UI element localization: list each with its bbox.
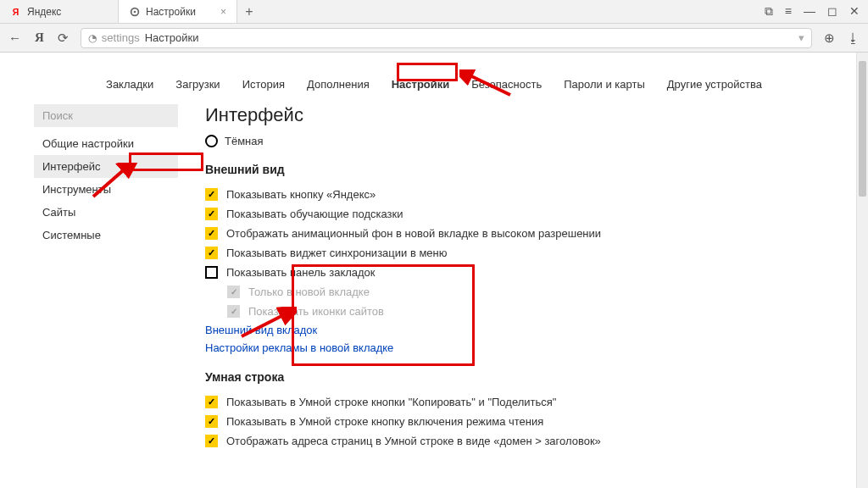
checkbox-label: Показывать обучающие подсказки	[226, 208, 403, 220]
checkbox-label: Показывать панель закладок	[226, 266, 376, 279]
checkbox[interactable]: ✓	[205, 247, 218, 259]
theme-dark-radio[interactable]	[205, 135, 218, 147]
checkbox-label: Отображать адреса страниц в Умной строке…	[226, 435, 601, 447]
checkbox[interactable]: ✓	[205, 415, 218, 428]
bookmark-star-icon[interactable]: ▾	[798, 31, 804, 44]
checkbox[interactable]: ✓	[205, 396, 218, 408]
settings-sidebar: Поиск Общие настройки Интерфейс Инструме…	[34, 104, 178, 488]
site-info-icon[interactable]: ◔	[88, 32, 97, 44]
browser-tab-label: Яндекс	[27, 6, 61, 18]
nav-tab-addons[interactable]: Дополнения	[303, 76, 373, 92]
sidebar-item-tools[interactable]: Инструменты	[34, 178, 178, 201]
checkbox[interactable]: ✓	[205, 188, 218, 201]
checkbox-label: Показывать в Умной строке кнопки "Копиро…	[226, 396, 556, 408]
omnibox-prefix: settings	[102, 31, 140, 44]
checkbox-label: Показывать виджет синхронизации в меню	[226, 247, 448, 259]
browser-tabbar: Я Яндекс Настройки × + ⧉ ≡ — ◻ ✕	[0, 0, 868, 24]
menu-icon[interactable]: ≡	[785, 4, 792, 19]
downloads-icon[interactable]: ⭳	[847, 30, 860, 46]
switch-window-icon[interactable]: ⧉	[765, 4, 773, 19]
nav-tab-downloads[interactable]: Загрузки	[172, 76, 223, 92]
checkbox-label: Показывать иконки сайтов	[248, 305, 384, 318]
yandex-home-icon[interactable]: Я	[35, 30, 44, 45]
checkbox-label: Отображать анимационный фон в новой вкла…	[226, 227, 601, 240]
theme-dark-label: Тёмная	[225, 135, 264, 147]
browser-tab-label: Настройки	[146, 6, 196, 18]
sidebar-item-sites[interactable]: Сайты	[34, 201, 178, 224]
maximize-icon[interactable]: ◻	[827, 4, 837, 19]
checkbox-label: Только в новой вкладке	[248, 286, 370, 298]
close-tab-icon[interactable]: ×	[220, 6, 226, 18]
settings-main: Интерфейс Тёмная Внешний вид ✓Показывать…	[205, 104, 834, 488]
close-window-icon[interactable]: ✕	[849, 4, 860, 19]
checkbox-label: Показывать в Умной строке кнопку включен…	[226, 415, 543, 428]
checkbox-disabled	[227, 305, 240, 318]
omnibox-text: Настройки	[145, 31, 199, 44]
browser-toolbar: ← Я ⟳ ◔ settings Настройки ▾ ⊕ ⭳	[0, 24, 868, 53]
nav-tab-passwords[interactable]: Пароли и карты	[560, 76, 648, 92]
minimize-icon[interactable]: —	[804, 4, 815, 19]
sidebar-item-general[interactable]: Общие настройки	[34, 132, 178, 155]
new-tab-button[interactable]: +	[237, 4, 261, 19]
reload-icon[interactable]: ⟳	[58, 30, 69, 46]
checkbox[interactable]: ✓	[205, 227, 218, 240]
sidebar-item-interface[interactable]: Интерфейс	[34, 155, 178, 178]
checkbox[interactable]: ✓	[205, 435, 218, 447]
gear-icon	[129, 6, 141, 18]
sidebar-item-system[interactable]: Системные	[34, 224, 178, 247]
appearance-heading: Внешний вид	[205, 163, 821, 176]
page-title: Интерфейс	[205, 104, 821, 126]
nav-tab-bookmarks[interactable]: Закладки	[103, 76, 157, 92]
smartbar-heading: Умная строка	[205, 370, 821, 384]
window-controls: ⧉ ≡ — ◻ ✕	[765, 4, 868, 19]
checkbox[interactable]: ✓	[205, 208, 218, 220]
vertical-scrollbar[interactable]	[856, 53, 868, 488]
browser-tab-yandex[interactable]: Я Яндекс	[0, 0, 119, 23]
browser-tab-settings[interactable]: Настройки ×	[119, 0, 237, 23]
checkbox-bookmarks-panel[interactable]	[205, 266, 218, 279]
checkbox-label: Показывать кнопку «Яндекс»	[226, 188, 376, 201]
nav-tab-history[interactable]: История	[239, 76, 288, 92]
nav-tab-devices[interactable]: Другие устройства	[664, 76, 765, 92]
settings-page: Закладки Загрузки История Дополнения Нас…	[0, 53, 868, 488]
nav-tab-settings[interactable]: Настройки	[388, 76, 453, 92]
yandex-favicon-icon: Я	[10, 6, 22, 18]
link-newtab-ads[interactable]: Настройки рекламы в новой вкладке	[205, 339, 821, 357]
settings-navbar: Закладки Загрузки История Дополнения Нас…	[34, 69, 834, 104]
link-tab-appearance[interactable]: Внешний вид вкладок	[205, 321, 821, 339]
address-bar[interactable]: ◔ settings Настройки ▾	[81, 28, 812, 48]
checkbox-disabled	[227, 286, 240, 298]
extensions-icon[interactable]: ⊕	[824, 30, 835, 46]
nav-tab-security[interactable]: Безопасность	[468, 76, 545, 92]
svg-point-2	[134, 10, 136, 13]
back-icon[interactable]: ←	[8, 30, 21, 45]
svg-text:Я: Я	[13, 6, 19, 16]
sidebar-search-input[interactable]: Поиск	[34, 104, 178, 127]
